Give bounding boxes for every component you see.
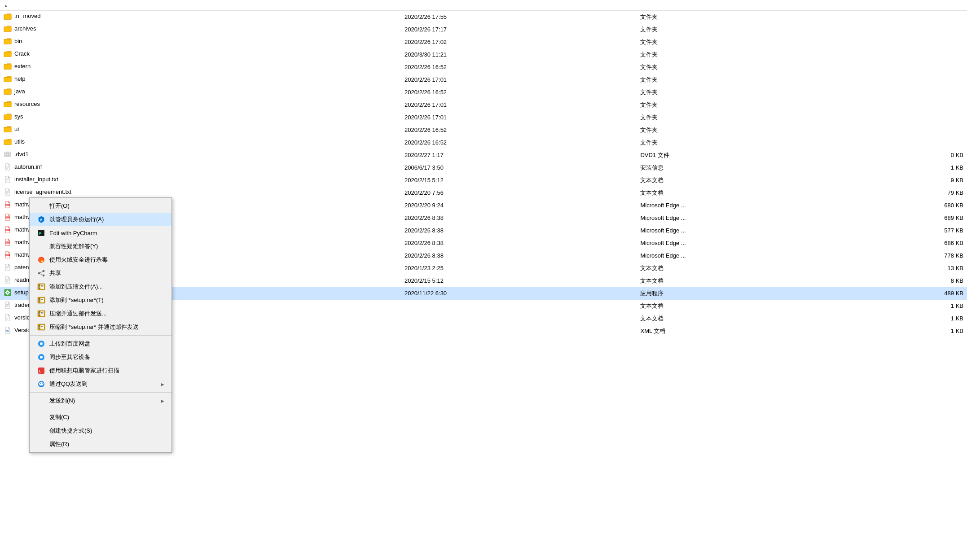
file-icon <box>4 264 12 270</box>
file-modified: 2020/2/26 17:17 <box>401 23 637 36</box>
table-row[interactable]: sys 2020/2/26 17:01 文件夹 <box>0 111 967 124</box>
table-row[interactable]: ui 2020/2/26 16:52 文件夹 <box>0 124 967 136</box>
menu-label-properties: 属性(R) <box>49 440 164 448</box>
menu-icon-fire-scan: 🔥 <box>37 255 46 264</box>
file-type: 文件夹 <box>637 124 849 136</box>
file-modified: 2020/2/26 16:52 <box>401 61 637 74</box>
svg-rect-34 <box>9 292 10 293</box>
menu-label-create-shortcut: 创建快捷方式(S) <box>49 427 164 435</box>
file-type: 文件夹 <box>637 36 849 48</box>
context-menu-item-compatibility[interactable]: 兼容性疑难解答(Y) <box>30 240 171 253</box>
column-modified[interactable] <box>401 0 637 11</box>
file-type: Microsoft Edge ... <box>637 237 849 249</box>
table-row[interactable]: bin 2020/2/26 17:02 文件夹 <box>0 36 967 48</box>
file-modified: 2020/2/15 5:12 <box>401 174 637 187</box>
file-type: Microsoft Edge ... <box>637 249 849 262</box>
file-icon <box>4 289 12 295</box>
menu-label-run-as-admin: 以管理员身份运行(A) <box>49 215 164 223</box>
file-type: 文件夹 <box>637 86 849 99</box>
file-icon <box>4 38 12 44</box>
context-menu-item-compress-rar-email[interactable]: R AR 压缩到 *setup.rar* 并通过邮件发送 <box>30 320 171 334</box>
menu-separator <box>30 335 171 336</box>
context-menu-item-share[interactable]: 共享 <box>30 267 171 280</box>
table-row[interactable]: java 2020/2/26 16:52 文件夹 <box>0 86 967 99</box>
context-menu-item-compress-email[interactable]: R AR 压缩并通过邮件发送... <box>30 307 171 320</box>
file-modified: 2020/2/20 7:56 <box>401 187 637 199</box>
menu-label-add-to-rar: 添加到 *setup.rar*(T) <box>49 296 164 304</box>
context-menu-item-send-qq[interactable]: 通过QQ发送到 ▶ <box>30 377 171 391</box>
menu-icon-send-to <box>37 396 46 405</box>
svg-text:AR: AR <box>41 285 44 287</box>
file-name: help <box>14 75 26 82</box>
file-size: 1 KB <box>849 162 967 174</box>
file-type: 文本文档 <box>637 262 849 275</box>
table-row[interactable]: installer_input.txt 2020/2/15 5:12 文本文档 … <box>0 174 967 187</box>
svg-text:PDF: PDF <box>6 242 9 244</box>
table-row[interactable]: resources 2020/2/26 17:01 文件夹 <box>0 99 967 111</box>
submenu-arrow: ▶ <box>161 382 164 387</box>
context-menu-item-baidu-upload[interactable]: 上传到百度网盘 <box>30 337 171 350</box>
file-type: DVD1 文件 <box>637 149 849 162</box>
file-modified: 2020/2/26 16:52 <box>401 86 637 99</box>
file-type: 应用程序 <box>637 287 849 300</box>
file-type: 文件夹 <box>637 48 849 61</box>
context-menu-item-add-to-rar[interactable]: R AR 添加到 *setup.rar*(T) <box>30 293 171 307</box>
context-menu-item-open[interactable]: 打开(O) <box>30 199 171 213</box>
file-icon <box>4 13 12 19</box>
file-icon <box>4 302 12 308</box>
context-menu-item-copy[interactable]: 复制(C) <box>30 411 171 424</box>
file-size <box>849 11 967 23</box>
table-row[interactable]: .dvd1 2020/2/27 1:17 DVD1 文件 0 KB <box>0 149 967 162</box>
column-size[interactable] <box>849 0 967 11</box>
table-row[interactable]: help 2020/2/26 17:01 文件夹 <box>0 74 967 86</box>
context-menu-item-run-as-admin[interactable]: A 以管理员身份运行(A) <box>30 213 171 226</box>
svg-text:PDF: PDF <box>6 254 9 256</box>
context-menu-item-sync-devices[interactable]: 同步至其它设备 <box>30 350 171 364</box>
file-size <box>849 36 967 48</box>
table-row[interactable]: autorun.inf 2006/6/17 3:50 安装信息 1 KB <box>0 162 967 174</box>
file-icon <box>4 88 12 94</box>
table-row[interactable]: Crack 2020/3/30 11:21 文件夹 <box>0 48 967 61</box>
menu-icon-compress-rar-email: R AR <box>37 323 46 332</box>
svg-point-73 <box>40 342 43 345</box>
file-modified: 2006/6/17 3:50 <box>401 162 637 174</box>
context-menu-item-add-to-zip[interactable]: R AR 添加到压缩文件(A)... <box>30 280 171 293</box>
menu-icon-share <box>37 269 46 278</box>
menu-label-compress-email: 压缩并通过邮件发送... <box>49 310 164 318</box>
file-icon <box>4 276 12 283</box>
table-row[interactable]: .rr_moved 2020/2/26 17:55 文件夹 <box>0 11 967 23</box>
file-size <box>849 136 967 149</box>
file-size: 1 KB <box>849 300 967 312</box>
context-menu-item-lenovo-scan[interactable]: L 使用联想电脑管家进行扫描 <box>30 364 171 377</box>
context-menu-item-properties[interactable]: 属性(R) <box>30 438 171 451</box>
context-menu-item-create-shortcut[interactable]: 创建快捷方式(S) <box>30 424 171 438</box>
file-size <box>849 74 967 86</box>
file-name: extern <box>14 63 31 70</box>
file-modified: 2020/2/26 16:52 <box>401 136 637 149</box>
file-type: 文件夹 <box>637 11 849 23</box>
file-name: resources <box>14 101 40 107</box>
menu-icon-run-as-admin: A <box>37 215 46 224</box>
menu-icon-add-to-zip: R AR <box>37 282 46 291</box>
context-menu-item-edit-pycharm[interactable]: P Edit with PyCharm <box>30 226 171 240</box>
file-modified: 2020/2/26 8:38 <box>401 212 637 224</box>
file-icon: XML <box>4 327 12 333</box>
menu-label-edit-pycharm: Edit with PyCharm <box>49 230 164 236</box>
file-icon <box>4 101 12 107</box>
table-row[interactable]: utils 2020/2/26 16:52 文件夹 <box>0 136 967 149</box>
file-name: license_agreement.txt <box>14 188 71 195</box>
column-type[interactable] <box>637 0 849 11</box>
context-menu-item-fire-scan[interactable]: 🔥 使用火绒安全进行杀毒 <box>30 253 171 267</box>
table-row[interactable]: extern 2020/2/26 16:52 文件夹 <box>0 61 967 74</box>
table-row[interactable]: archives 2020/2/26 17:17 文件夹 <box>0 23 967 36</box>
file-type: 文本文档 <box>637 187 849 199</box>
file-name: ui <box>14 126 19 132</box>
file-size: 489 KB <box>849 287 967 300</box>
file-type: Microsoft Edge ... <box>637 199 849 212</box>
menu-icon-create-shortcut <box>37 426 46 435</box>
column-name[interactable]: ▲ <box>0 0 401 11</box>
context-menu-item-send-to[interactable]: 发送到(N) ▶ <box>30 394 171 407</box>
file-modified: 2020/2/20 9:24 <box>401 199 637 212</box>
menu-icon-add-to-rar: R AR <box>37 296 46 305</box>
svg-text:PDF: PDF <box>6 217 9 219</box>
